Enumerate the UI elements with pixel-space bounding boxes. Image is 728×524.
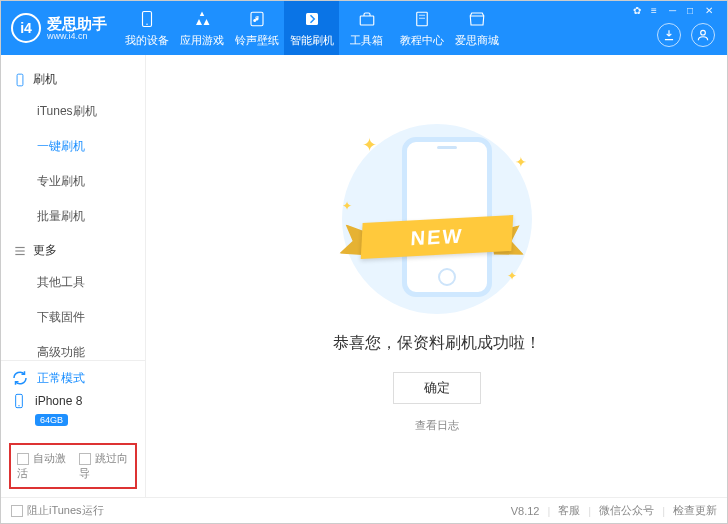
nav-label: 铃声壁纸 bbox=[235, 33, 279, 48]
device-phone-icon bbox=[11, 393, 27, 409]
download-button[interactable] bbox=[657, 23, 681, 47]
sparkle-icon: ✦ bbox=[515, 154, 527, 170]
toolbox-icon bbox=[357, 9, 377, 29]
check-label: 阻止iTunes运行 bbox=[27, 504, 104, 516]
device-name: iPhone 8 bbox=[35, 394, 82, 408]
sidebar-item-pro-flash[interactable]: 专业刷机 bbox=[1, 164, 145, 199]
device-info[interactable]: iPhone 8 bbox=[11, 393, 135, 409]
music-icon bbox=[247, 9, 267, 29]
sidebar-group-more[interactable]: 更多 bbox=[1, 234, 145, 265]
check-auto-activate[interactable]: 自动激活 bbox=[17, 451, 67, 481]
ribbon-text: NEW bbox=[360, 215, 513, 259]
nav-label: 爱思商城 bbox=[455, 33, 499, 48]
minimize-icon[interactable]: ─ bbox=[669, 5, 681, 17]
check-block-itunes[interactable]: 阻止iTunes运行 bbox=[11, 503, 104, 518]
menu-icon[interactable]: ≡ bbox=[651, 5, 663, 17]
nav-tutorials[interactable]: 教程中心 bbox=[394, 1, 449, 55]
nav-label: 教程中心 bbox=[400, 33, 444, 48]
mode-label: 正常模式 bbox=[37, 370, 85, 387]
svg-rect-9 bbox=[17, 74, 23, 86]
check-skip-guide[interactable]: 跳过向导 bbox=[79, 451, 129, 481]
sidebar-item-batch-flash[interactable]: 批量刷机 bbox=[1, 199, 145, 234]
svg-point-1 bbox=[146, 23, 148, 25]
nav-ringtones[interactable]: 铃声壁纸 bbox=[229, 1, 284, 55]
close-icon[interactable]: ✕ bbox=[705, 5, 717, 17]
maximize-icon[interactable]: □ bbox=[687, 5, 699, 17]
book-icon bbox=[412, 9, 432, 29]
view-log-link[interactable]: 查看日志 bbox=[415, 418, 459, 433]
svg-point-14 bbox=[18, 405, 19, 406]
svg-rect-5 bbox=[416, 12, 427, 26]
ok-button[interactable]: 确定 bbox=[393, 372, 481, 404]
svg-point-8 bbox=[701, 30, 706, 35]
success-illustration: ✦ ✦ ✦ ✦ NEW bbox=[327, 119, 547, 319]
user-button[interactable] bbox=[691, 23, 715, 47]
nav-label: 工具箱 bbox=[350, 33, 383, 48]
sidebar-item-onekey-flash[interactable]: 一键刷机 bbox=[1, 129, 145, 164]
sidebar-item-download-firmware[interactable]: 下载固件 bbox=[1, 300, 145, 335]
window-controls: ✿ ≡ ─ □ ✕ bbox=[633, 5, 717, 17]
nav-my-device[interactable]: 我的设备 bbox=[119, 1, 174, 55]
nav-apps[interactable]: 应用游戏 bbox=[174, 1, 229, 55]
nav-label: 我的设备 bbox=[125, 33, 169, 48]
new-ribbon: NEW bbox=[332, 209, 532, 259]
nav-toolbox[interactable]: 工具箱 bbox=[339, 1, 394, 55]
mode-normal[interactable]: 正常模式 bbox=[11, 369, 135, 387]
success-message: 恭喜您，保资料刷机成功啦！ bbox=[333, 333, 541, 354]
brand: i4 爱思助手 www.i4.cn bbox=[11, 13, 107, 43]
status-bar: 阻止iTunes运行 V8.12 | 客服 | 微信公众号 | 检查更新 bbox=[1, 497, 727, 523]
apps-icon bbox=[192, 9, 212, 29]
brand-name: 爱思助手 bbox=[47, 16, 107, 31]
footer-link-update[interactable]: 检查更新 bbox=[673, 503, 717, 518]
top-bar: i4 爱思助手 www.i4.cn 我的设备 应用游戏 铃声壁纸 智能刷机 bbox=[1, 1, 727, 55]
sidebar: 刷机 iTunes刷机 一键刷机 专业刷机 批量刷机 更多 其他工具 下载固件 … bbox=[1, 55, 146, 497]
svg-rect-4 bbox=[360, 16, 374, 25]
brand-logo-icon: i4 bbox=[11, 13, 41, 43]
refresh-icon bbox=[11, 369, 29, 387]
sidebar-item-itunes-flash[interactable]: iTunes刷机 bbox=[1, 94, 145, 129]
phone-outline-icon bbox=[13, 73, 27, 87]
shop-icon bbox=[467, 9, 487, 29]
brand-url: www.i4.cn bbox=[47, 31, 107, 41]
options-highlighted: 自动激活 跳过向导 bbox=[9, 443, 137, 489]
group-title: 刷机 bbox=[33, 71, 57, 88]
sparkle-icon: ✦ bbox=[507, 269, 517, 283]
nav-label: 智能刷机 bbox=[290, 33, 334, 48]
nav-shop[interactable]: 爱思商城 bbox=[449, 1, 504, 55]
sidebar-item-advanced[interactable]: 高级功能 bbox=[1, 335, 145, 360]
footer-link-support[interactable]: 客服 bbox=[558, 503, 580, 518]
phone-icon bbox=[137, 9, 157, 29]
sidebar-item-other-tools[interactable]: 其他工具 bbox=[1, 265, 145, 300]
main-content: ✦ ✦ ✦ ✦ NEW 恭喜您，保资料刷机成功啦！ 确定 查看日志 bbox=[146, 55, 727, 497]
nav-smart-flash[interactable]: 智能刷机 bbox=[284, 1, 339, 55]
svg-rect-3 bbox=[306, 13, 318, 25]
group-title: 更多 bbox=[33, 242, 57, 259]
nav-label: 应用游戏 bbox=[180, 33, 224, 48]
flash-icon bbox=[302, 9, 322, 29]
storage-badge: 64GB bbox=[35, 414, 68, 426]
skin-icon[interactable]: ✿ bbox=[633, 5, 645, 17]
footer-link-wechat[interactable]: 微信公众号 bbox=[599, 503, 654, 518]
sparkle-icon: ✦ bbox=[362, 134, 377, 156]
version-label: V8.12 bbox=[511, 505, 540, 517]
sidebar-group-flash[interactable]: 刷机 bbox=[1, 63, 145, 94]
list-icon bbox=[13, 244, 27, 258]
